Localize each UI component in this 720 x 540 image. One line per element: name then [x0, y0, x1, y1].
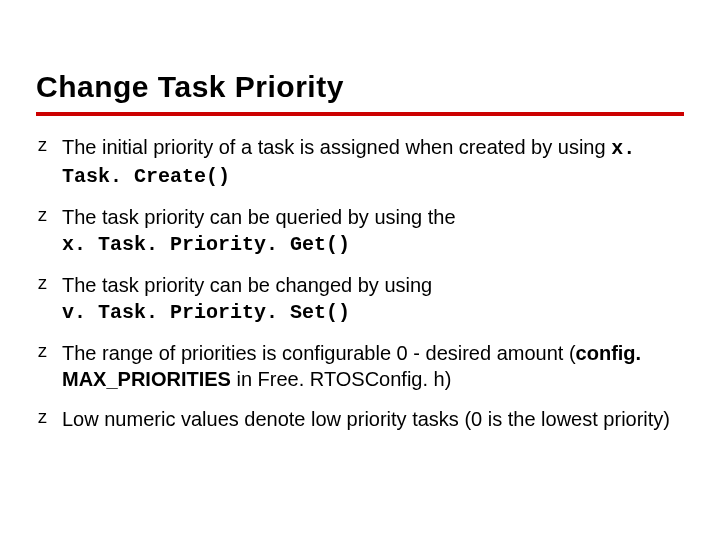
bullet-item: The initial priority of a task is assign… [36, 134, 684, 190]
bullet-item: The range of priorities is configurable … [36, 340, 684, 392]
slide-title: Change Task Priority [36, 70, 684, 104]
bullet-text: The task priority can be changed by usin… [62, 274, 432, 296]
bullet-text: in Free. RTOSConfig. h) [231, 368, 451, 390]
bullet-text: The task priority can be queried by usin… [62, 206, 456, 228]
bullet-text: Low numeric values denote low priority t… [62, 408, 670, 430]
slide: Change Task Priority The initial priorit… [0, 0, 720, 432]
bullet-text: The range of priorities is configurable … [62, 342, 576, 364]
bullet-item: The task priority can be queried by usin… [36, 204, 684, 258]
bullet-item: Low numeric values denote low priority t… [36, 406, 684, 432]
bullet-item: The task priority can be changed by usin… [36, 272, 684, 326]
title-rule [36, 112, 684, 116]
code-span: x. Task. Priority. Get() [62, 233, 350, 256]
bullet-text: The initial priority of a task is assign… [62, 136, 611, 158]
code-span: v. Task. Priority. Set() [62, 301, 350, 324]
bullet-list: The initial priority of a task is assign… [36, 134, 684, 432]
